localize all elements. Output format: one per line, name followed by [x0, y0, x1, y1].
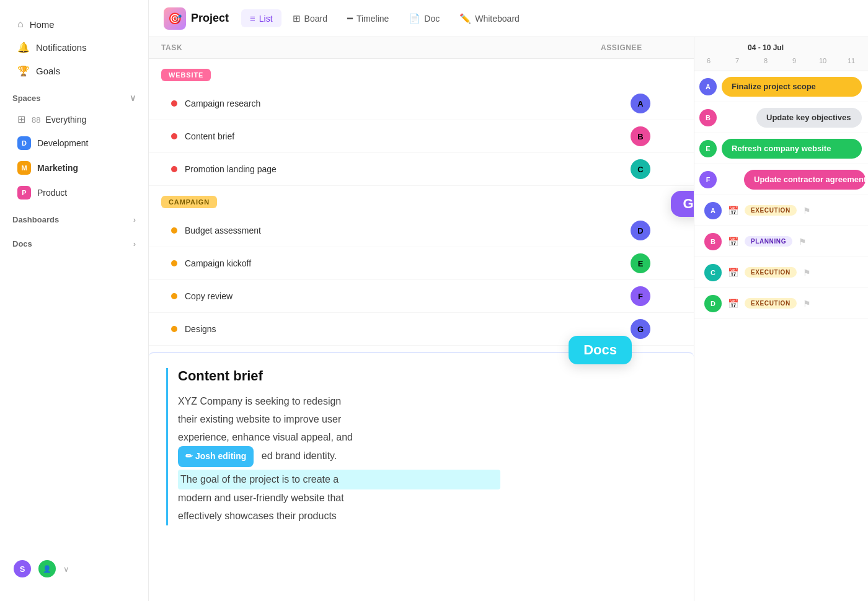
website-section-header: WEBSITE: [149, 59, 694, 87]
avatar-budget: D: [631, 221, 650, 240]
home-icon: ⌂: [17, 19, 24, 30]
trophy-icon: 🏆: [17, 65, 30, 77]
gantt-days-1: 6 7 8 9 10: [694, 57, 837, 64]
status-badge-planning-1: PLANNING: [745, 236, 792, 247]
grid-icon: ⊞: [17, 113, 25, 125]
task-panel: Task ASSIGNEE WEBSITE Campaign research …: [149, 37, 694, 601]
task-row-promotion[interactable]: Promotion landing page C: [149, 153, 694, 186]
task-dot-orange-2: [171, 260, 177, 266]
bell-icon: 🔔: [17, 42, 30, 53]
docs-bubble[interactable]: Docs: [569, 336, 632, 364]
sidebar-item-development[interactable]: D Development: [5, 131, 143, 155]
status-badge-execution-3: EXECUTION: [745, 298, 797, 309]
chevron-right-icon-2: ›: [133, 239, 136, 248]
avatar-copy: F: [631, 286, 650, 306]
sidebar-item-everything[interactable]: ⊞ 88 Everything: [5, 108, 143, 130]
docs-highlight-line: The goal of the project is to create a: [178, 470, 500, 490]
dashboards-section-header: Dashboards ›: [0, 205, 148, 229]
tab-list[interactable]: ≡ List: [241, 9, 281, 27]
gantt-day-10: 10: [808, 57, 837, 64]
task-row-campaign-research[interactable]: Campaign research A: [149, 87, 694, 120]
docs-section-header: Docs ›: [0, 229, 148, 253]
status-badge-execution-2: EXECUTION: [745, 267, 797, 278]
task-row-kickoff[interactable]: Campaign kickoff E: [149, 247, 694, 280]
sidebar-footer: S 👤 ∨: [0, 549, 148, 589]
mkt-dot: M: [17, 161, 31, 175]
chevron-down-icon-footer: ∨: [63, 564, 69, 574]
campaign-badge: CAMPAIGN: [161, 196, 217, 208]
col-headers: Task ASSIGNEE: [149, 37, 694, 59]
task-row-content-brief[interactable]: Content brief B: [149, 120, 694, 153]
flag-icon-1: ⚑: [803, 206, 811, 216]
task-name-copy: Copy review: [185, 291, 631, 301]
tab-board[interactable]: ⊞ Board: [284, 9, 336, 28]
task-dot-red-3: [171, 166, 177, 172]
sidebar-item-marketing[interactable]: M Marketing: [5, 156, 143, 180]
tab-whiteboard[interactable]: ✏️ Whiteboard: [451, 9, 528, 28]
gantt-day-11: 11: [837, 57, 866, 64]
gantt-bar-3: Refresh company website: [722, 139, 862, 159]
col-header-assignee: ASSIGNEE: [601, 43, 663, 52]
flag-icon-3: ⚑: [803, 268, 811, 278]
gantt-header: 04 - 10 Jul 6 7 8 9 10 11 - 17 Jul 11 12…: [694, 37, 868, 71]
calendar-icon-2: 📅: [728, 237, 738, 247]
tab-timeline-label: Timeline: [356, 14, 389, 24]
gantt-body: A Finalize project scope B Update key ob…: [694, 71, 868, 601]
status-badge-execution-1: EXECUTION: [745, 205, 797, 216]
tab-timeline[interactable]: ━ Timeline: [339, 9, 397, 28]
task-name-promotion: Promotion landing page: [185, 164, 631, 174]
right-row-3: C 📅 EXECUTION ⚑: [694, 257, 868, 288]
chevron-down-icon: ∨: [130, 93, 136, 103]
gantt-day-12: 12: [866, 57, 868, 64]
board-icon: ⊞: [293, 13, 301, 24]
flag-icon-2: ⚑: [799, 237, 807, 247]
task-row-budget[interactable]: Budget assessment D: [149, 214, 694, 247]
user-avatar-2: 👤: [37, 559, 57, 579]
gantt-row-1-avatar: A: [694, 78, 717, 95]
task-name-designs: Designs: [185, 324, 631, 334]
timeline-icon: ━: [347, 13, 353, 24]
sidebar-item-notifications[interactable]: 🔔 Notifications: [5, 36, 143, 59]
tab-doc[interactable]: 📄 Doc: [400, 9, 448, 28]
avatar-designs: G: [631, 319, 650, 339]
gantt-day-7: 7: [723, 57, 751, 64]
task-row-copy[interactable]: Copy review F: [149, 280, 694, 313]
gantt-day-8: 8: [751, 57, 780, 64]
campaign-section-header: CAMPAIGN: [149, 186, 694, 214]
gantt-bubble[interactable]: Gantt: [671, 191, 694, 217]
right-row-1: A 📅 EXECUTION ⚑: [694, 195, 868, 226]
main-area: 🎯 Project ≡ List ⊞ Board ━ Timeline 📄 Do…: [149, 0, 868, 601]
website-badge: WEBSITE: [161, 69, 211, 81]
gantt-row-2-avatar: B: [694, 109, 717, 126]
task-dot-red: [171, 100, 177, 107]
right-avatar-2: B: [704, 233, 722, 250]
sidebar-label-goals: Goals: [36, 66, 60, 76]
gantt-row-3: E Refresh company website: [694, 133, 868, 164]
flag-icon-4: ⚑: [803, 299, 811, 309]
calendar-icon-4: 📅: [728, 299, 738, 309]
spaces-label: Spaces: [12, 94, 41, 103]
right-avatar-3: C: [704, 264, 722, 281]
gantt-row-2: B Update key objectives: [694, 102, 868, 133]
gantt-bar-4: Update contractor agreement: [744, 170, 866, 190]
col-header-task: Task: [161, 43, 601, 52]
docs-content-panel: Docs Content brief XYZ Company is seekin…: [149, 352, 694, 540]
calendar-icon-1: 📅: [728, 206, 738, 216]
list-icon: ≡: [250, 13, 255, 24]
sidebar-item-product[interactable]: P Product: [5, 181, 143, 204]
task-name-kickoff: Campaign kickoff: [185, 258, 631, 268]
topnav: 🎯 Project ≡ List ⊞ Board ━ Timeline 📄 Do…: [149, 0, 868, 37]
sidebar-item-goals[interactable]: 🏆 Goals: [5, 59, 143, 82]
sidebar-label-home: Home: [30, 19, 55, 30]
docs-overlay-area: Gantt Docs Content brief XYZ Company is …: [149, 352, 694, 540]
content-area: Task ASSIGNEE WEBSITE Campaign research …: [149, 37, 868, 601]
prod-dot: P: [17, 186, 31, 200]
avatar-promotion: C: [631, 159, 650, 179]
sidebar-item-home[interactable]: ⌂ Home: [5, 13, 143, 35]
task-dot-orange-4: [171, 326, 177, 332]
task-name-content-brief: Content brief: [185, 131, 631, 141]
gantt-avatar-3: E: [699, 140, 717, 157]
gantt-row-3-avatar: E: [694, 140, 717, 157]
sidebar: ⌂ Home 🔔 Notifications 🏆 Goals Spaces ∨ …: [0, 0, 149, 601]
gantt-row-4: F Update contractor agreement: [694, 164, 868, 195]
